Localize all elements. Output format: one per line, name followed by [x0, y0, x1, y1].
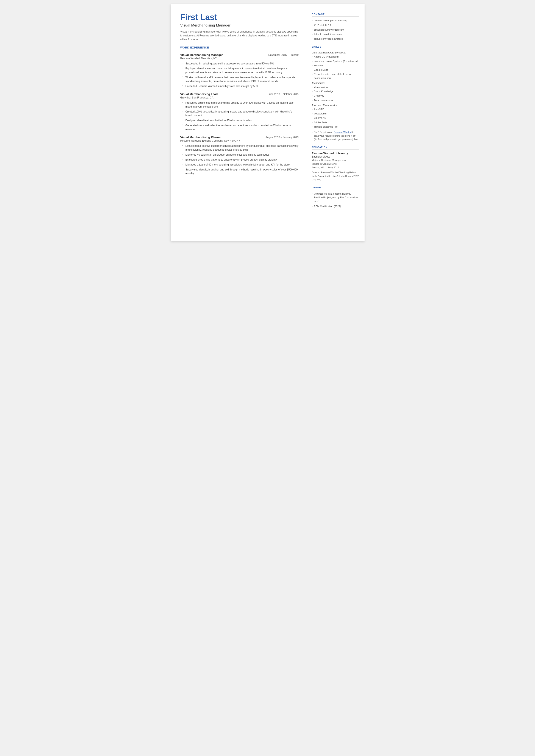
other-heading: OTHER	[312, 186, 359, 190]
edu-major: Major in Business Management	[312, 158, 359, 162]
job-block-2: Visual Merchandising Lead June 2013 – Oc…	[180, 93, 299, 131]
resume-page: First Last Visual Merchandising Manager …	[171, 4, 365, 241]
bullet-2-4: Generated seasonal sales themes based on…	[183, 124, 299, 131]
skill-3-2: Vectoworks	[312, 112, 359, 116]
bullet-1-3: Worked with retail staff to ensure that …	[183, 75, 299, 83]
other-list: Volunteered in a 3-month Runway Fashion …	[312, 192, 359, 208]
contact-heading: CONTACT	[312, 13, 359, 16]
skill-2-1: Visualization	[312, 85, 359, 89]
right-column: CONTACT Denver, OH (Open to Remote) +1-2…	[306, 4, 365, 241]
skill-1-4: Google Docs	[312, 68, 359, 72]
skills-note-prefix: Don't forget to use	[314, 131, 334, 133]
education-section: EDUCATION Resume Worded University Bache…	[312, 146, 359, 182]
skills-list-3: AutoCAD Vectoworks Cinema 4D Adobe Suite…	[312, 107, 359, 129]
skill-1-3: Youtube	[312, 64, 359, 68]
skill-3-3: Cinema 4D	[312, 116, 359, 120]
bullet-2-1: Presented opinions and merchandising opt…	[183, 101, 299, 109]
bullet-2-2: Created 100% aesthetically appealing ins…	[183, 110, 299, 118]
bullet-3-2: Mentored 40 sales staff on product chara…	[183, 153, 299, 157]
bullet-1-1: Succeeded in reducing zero selling acces…	[183, 62, 299, 66]
job-dates-1: November 2015 – Present	[268, 53, 298, 56]
skill-3-4: Adobe Suite	[312, 121, 359, 124]
work-experience-heading: WORK EXPERIENCE	[180, 46, 299, 50]
job-company-3: Resume Worded's Exciting Company, New Yo…	[180, 139, 299, 142]
edu-minor: Minors in Creative Arts	[312, 162, 359, 166]
candidate-summary: Visual merchandising manager with twelve…	[180, 30, 299, 42]
job-header-2: Visual Merchandising Lead June 2013 – Oc…	[180, 93, 299, 96]
edu-degree: Bachelor of Arts	[312, 155, 359, 158]
job-header-3: Visual Merchandising Planner August 2010…	[180, 136, 299, 139]
other-item-1: Volunteered in a 3-month Runway Fashion …	[312, 192, 359, 203]
contact-list: Denver, OH (Open to Remote) +1-234-456-7…	[312, 19, 359, 41]
job-bullets-1: Succeeded in reducing zero selling acces…	[180, 62, 299, 88]
bullet-3-5: Supervised visuals, branding, and sell t…	[183, 168, 299, 176]
job-company-1: Resume Worded, New York, NY	[180, 57, 299, 60]
job-block-3: Visual Merchandising Planner August 2010…	[180, 136, 299, 176]
skill-1-2: Inventory control Systems (Experienced)	[312, 60, 359, 63]
edu-location-date: Boston, MA — May 2018	[312, 166, 359, 169]
skills-section: SKILLS Data Visualization/Engineering: A…	[312, 45, 359, 141]
edu-awards: Awards: Resume Worded Teaching Fellow (o…	[312, 171, 359, 182]
skills-list-2: Visualization Brand Knowledge Creativity…	[312, 85, 359, 102]
bullet-2-3: Designed visual features that led to 45%…	[183, 119, 299, 123]
name-section: First Last Visual Merchandising Manager …	[180, 13, 299, 42]
candidate-name: First Last	[180, 13, 299, 22]
skill-2-4: Trend awareness	[312, 98, 359, 102]
bullet-1-2: Equipped visual, sales and merchandising…	[183, 67, 299, 74]
job-dates-3: August 2010 – January 2013	[266, 136, 298, 139]
job-bullets-3: Established a positive customer service …	[180, 144, 299, 176]
education-heading: EDUCATION	[312, 146, 359, 150]
bullet-1-4: Exceeded Resume Worded's monthly store s…	[183, 84, 299, 88]
skills-note: Don't forget to use Resume Worded to sca…	[312, 130, 359, 141]
job-header-1: Visual Merchandising Manager November 20…	[180, 53, 299, 56]
skill-2-2: Brand Knowledge	[312, 90, 359, 93]
contact-location: Denver, OH (Open to Remote)	[312, 19, 359, 22]
skill-3-5: Trimble Sketchuo Pro	[312, 125, 359, 129]
skills-heading: SKILLS	[312, 45, 359, 49]
contact-email: email@resumeworded.com	[312, 28, 359, 32]
contact-section: CONTACT Denver, OH (Open to Remote) +1-2…	[312, 13, 359, 41]
bullet-3-4: Managed a team of 40 merchandising assoc…	[183, 163, 299, 167]
skills-list-1: Adobe CC (Advanced) Inventory control Sy…	[312, 55, 359, 80]
skill-1-5: Recruiter note: enter skills from job de…	[312, 72, 359, 80]
contact-linkedin: linkedin.com/in/username	[312, 33, 359, 36]
job-bullets-2: Presented opinions and merchandising opt…	[180, 101, 299, 131]
bullet-3-1: Established a positive customer service …	[183, 144, 299, 152]
skills-cat-label-1: Data Visualization/Engineering:	[312, 51, 359, 54]
skills-cat-label-2: Techniques:	[312, 82, 359, 84]
other-item-2: PCM Certification (2022)	[312, 205, 359, 208]
contact-github: github.com/resumeworded	[312, 37, 359, 41]
bullet-3-3: Evaluated shop traffic patterns to ensur…	[183, 158, 299, 162]
job-dates-2: June 2013 – October 2015	[268, 93, 298, 96]
skill-2-3: Creativity	[312, 94, 359, 98]
edu-institution: Resume Worded University	[312, 152, 359, 155]
left-column: First Last Visual Merchandising Manager …	[171, 4, 306, 241]
job-title-2: Visual Merchandising Lead	[180, 93, 218, 96]
resume-worded-link[interactable]: Resume Worded	[334, 131, 352, 133]
job-title-3: Visual Merchandising Planner	[180, 136, 222, 139]
skill-1-1: Adobe CC (Advanced)	[312, 55, 359, 59]
skills-cat-label-3: Tools and Frameworks:	[312, 104, 359, 106]
job-block-1: Visual Merchandising Manager November 20…	[180, 53, 299, 88]
candidate-title: Visual Merchandising Manager	[180, 23, 299, 28]
job-company-2: Growthsi, San Francisco, CA	[180, 96, 299, 99]
other-section: OTHER Volunteered in a 3-month Runway Fa…	[312, 186, 359, 208]
job-title-1: Visual Merchandising Manager	[180, 53, 223, 56]
contact-phone: +1-234-456-789	[312, 23, 359, 27]
skill-3-1: AutoCAD	[312, 107, 359, 111]
